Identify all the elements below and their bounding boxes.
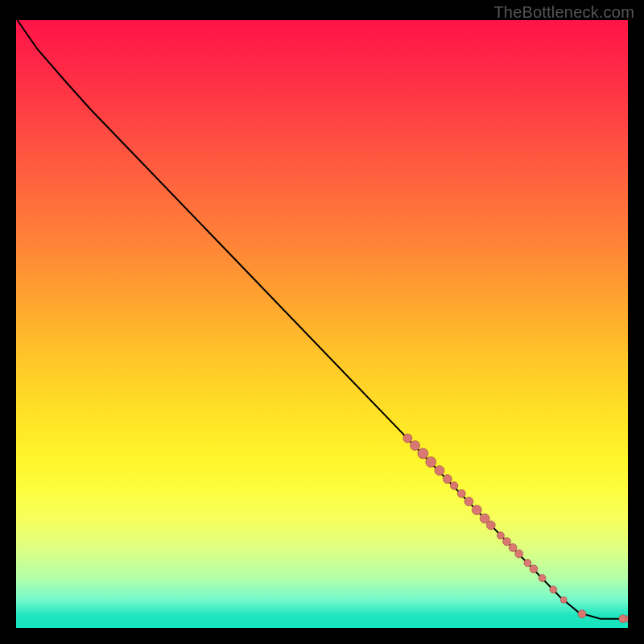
data-point xyxy=(578,610,586,618)
data-point xyxy=(411,441,420,451)
data-point xyxy=(472,506,481,515)
chart-svg xyxy=(16,20,628,628)
data-point xyxy=(509,543,517,551)
data-point xyxy=(530,565,538,573)
bottleneck-curve xyxy=(18,20,628,619)
data-point xyxy=(560,597,567,603)
data-point xyxy=(524,559,531,567)
data-point xyxy=(550,586,557,593)
highlighted-points-group xyxy=(403,434,628,623)
data-point xyxy=(464,497,473,506)
data-point xyxy=(418,448,428,459)
data-point xyxy=(503,538,511,546)
data-point xyxy=(426,456,436,467)
data-point xyxy=(435,465,444,475)
data-point xyxy=(457,489,465,497)
data-point xyxy=(515,550,523,558)
data-point xyxy=(497,532,504,539)
data-point xyxy=(403,434,412,443)
watermark-text: TheBottleneck.com xyxy=(493,3,634,22)
chart-plot-area xyxy=(16,20,628,628)
data-point xyxy=(450,482,458,490)
data-point xyxy=(443,475,452,484)
data-point xyxy=(486,521,495,530)
data-point xyxy=(539,575,546,582)
